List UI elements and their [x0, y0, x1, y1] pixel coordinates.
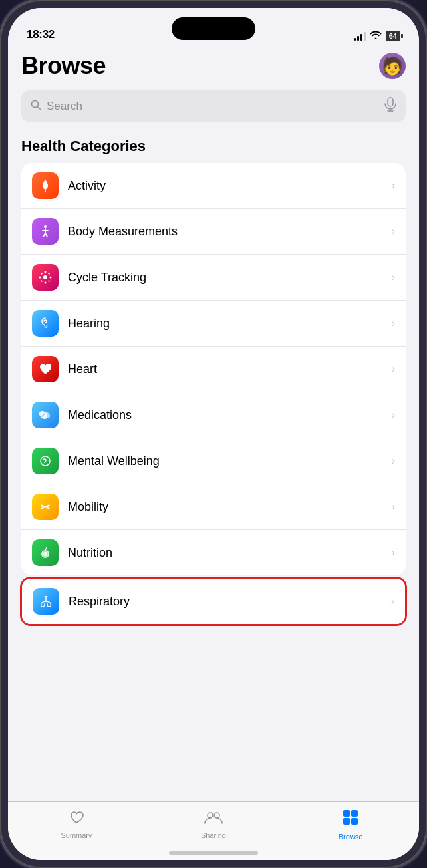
browse-icon — [342, 809, 359, 830]
mobility-chevron: › — [392, 501, 395, 513]
medications-label: Medications — [68, 408, 392, 422]
svg-point-6 — [44, 225, 47, 228]
svg-line-10 — [45, 233, 47, 237]
search-placeholder: Search — [47, 100, 379, 113]
mental-label: Mental Wellbeing — [68, 454, 392, 468]
activity-label: Activity — [68, 179, 392, 193]
category-item-nutrition[interactable]: Nutrition › — [21, 530, 406, 575]
nutrition-chevron: › — [392, 547, 395, 559]
avatar-image: 🧑 — [382, 57, 403, 74]
respiratory-highlight-border: Respiratory › — [20, 577, 407, 626]
svg-rect-31 — [351, 810, 358, 817]
sharing-label: Sharing — [201, 831, 226, 839]
svg-point-18 — [41, 280, 42, 281]
dynamic-island — [172, 17, 255, 40]
category-item-heart[interactable]: Heart › — [21, 347, 406, 392]
body-chevron: › — [392, 225, 395, 237]
cycle-icon — [32, 264, 59, 291]
svg-point-16 — [41, 273, 42, 274]
respiratory-chevron: › — [391, 595, 394, 607]
svg-point-12 — [45, 271, 47, 273]
section-header: Health Categories — [21, 138, 406, 155]
tab-sharing[interactable]: Sharing — [190, 809, 237, 839]
medications-chevron: › — [392, 409, 395, 421]
body-label: Body Measurements — [68, 225, 392, 239]
medications-icon — [32, 402, 59, 428]
category-item-mobility[interactable]: Mobility › — [21, 484, 406, 530]
avatar[interactable]: 🧑 — [379, 53, 406, 79]
svg-rect-33 — [351, 818, 358, 825]
main-content: Browse 🧑 Search — [8, 47, 419, 801]
categories-card: Activity › Body Measurements — [21, 163, 406, 575]
status-time: 18:32 — [27, 28, 55, 41]
svg-point-14 — [39, 277, 41, 279]
mobility-label: Mobility — [68, 500, 392, 514]
svg-point-15 — [50, 277, 52, 279]
mental-icon — [32, 448, 59, 474]
search-bar[interactable]: Search — [21, 90, 406, 122]
signal-icon — [354, 31, 366, 41]
summary-label: Summary — [61, 831, 92, 839]
body-icon — [32, 218, 59, 245]
phone-screen: 18:32 64 — [8, 8, 419, 860]
hearing-chevron: › — [392, 317, 395, 329]
browse-label: Browse — [339, 833, 363, 841]
wifi-icon — [370, 30, 382, 41]
svg-point-28 — [208, 813, 213, 818]
cycle-label: Cycle Tracking — [68, 271, 392, 285]
category-item-hearing[interactable]: Hearing › — [21, 301, 406, 347]
sharing-icon — [204, 809, 223, 829]
search-icon — [31, 100, 41, 113]
phone-frame: 18:32 64 — [0, 0, 427, 868]
svg-line-1 — [38, 106, 41, 109]
svg-rect-2 — [388, 98, 393, 106]
category-item-body[interactable]: Body Measurements › — [21, 209, 406, 255]
category-item-activity[interactable]: Activity › — [21, 163, 406, 209]
cycle-chevron: › — [392, 271, 395, 283]
battery-icon: 64 — [386, 31, 400, 41]
hearing-label: Hearing — [68, 317, 392, 331]
svg-rect-32 — [343, 818, 350, 825]
svg-rect-30 — [343, 810, 350, 817]
mobility-icon — [32, 494, 59, 520]
svg-point-11 — [43, 275, 47, 279]
svg-point-5 — [44, 184, 47, 187]
respiratory-icon — [33, 588, 59, 615]
svg-point-19 — [48, 280, 49, 281]
category-item-mental[interactable]: Mental Wellbeing › — [21, 438, 406, 484]
hearing-icon — [32, 310, 59, 337]
page-title: Browse — [21, 52, 106, 80]
category-item-respiratory[interactable]: Respiratory › — [22, 579, 405, 624]
activity-chevron: › — [392, 180, 395, 192]
svg-point-24 — [44, 464, 45, 465]
page-title-row: Browse 🧑 — [21, 52, 406, 80]
category-item-medications[interactable]: Medications › — [21, 392, 406, 438]
mic-icon[interactable] — [384, 97, 396, 115]
nutrition-label: Nutrition — [68, 546, 392, 560]
heart-label: Heart — [68, 362, 392, 376]
tab-summary[interactable]: Summary — [53, 809, 100, 839]
svg-point-17 — [48, 273, 49, 274]
nutrition-icon — [32, 539, 59, 566]
mental-chevron: › — [392, 455, 395, 467]
summary-icon — [68, 809, 85, 829]
activity-icon — [32, 172, 59, 199]
category-item-cycle[interactable]: Cycle Tracking › — [21, 255, 406, 301]
svg-point-29 — [214, 813, 219, 818]
respiratory-highlighted-wrapper: Respiratory › — [21, 577, 406, 626]
status-icons: 64 — [354, 30, 400, 41]
respiratory-label: Respiratory — [69, 595, 391, 609]
home-indicator — [169, 851, 258, 855]
heart-icon — [32, 356, 59, 382]
tab-browse[interactable]: Browse — [327, 809, 374, 841]
svg-point-13 — [45, 282, 47, 284]
heart-chevron: › — [392, 363, 395, 375]
